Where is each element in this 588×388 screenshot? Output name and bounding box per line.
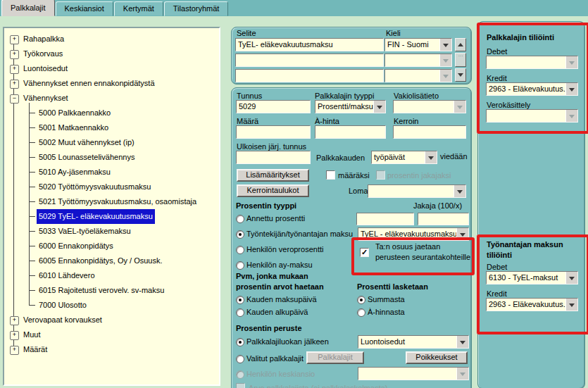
tree-item[interactable]: + Vähennykset ennen ennakonpidätystä [4,76,219,91]
kauden-maksupaiva-radio[interactable] [236,296,244,304]
maara-input[interactable] [236,125,311,139]
maara-label: Määrä [237,117,258,125]
palkkakauden-dropdown[interactable]: työpäivät [371,151,437,164]
tree-expander-icon[interactable]: + [10,35,19,44]
tree-expander-icon[interactable]: + [10,331,19,340]
dropdown-arrow-icon[interactable] [453,185,465,197]
tree-item[interactable]: 6005 Ennakonpidätys, Oy / Osuusk. [4,254,219,268]
tree-item[interactable]: + Verovapaat korvaukset [4,313,219,327]
scroll-down-button[interactable] [455,68,466,82]
tree-expander-icon[interactable]: − [10,94,19,104]
selite-input-3[interactable] [235,69,384,82]
jakaja-input-1[interactable] [356,213,414,225]
tree-item[interactable]: 5029 TyEL- eläkevakuutusmaksu [4,209,219,224]
loma-dropdown[interactable] [368,184,466,198]
tree-item[interactable]: 5001 Matkaennakko [4,120,219,135]
employer-debet-dropdown[interactable]: 6130 - TyEL-maksut [486,271,578,284]
annettu-prosentti-label: Annettu prosentti [246,214,305,223]
dropdown-arrow-icon[interactable] [456,336,468,348]
veroprosentti-radio[interactable] [236,246,244,254]
a-hinnasta-radio[interactable] [357,308,365,317]
kieli-dropdown-1[interactable]: FIN - Suomi [384,38,452,51]
employer-kredit-dropdown[interactable]: 2963 - Eläkevakuutus... [486,298,578,311]
tree-expander-icon[interactable]: + [10,346,19,355]
dropdown-arrow-icon[interactable] [565,83,577,95]
tree-item[interactable]: + Määrät [4,342,219,357]
dropdown-arrow-icon[interactable] [456,228,468,240]
tree-item[interactable]: + Luontoisedut [4,61,219,76]
tan-osuus-checkbox[interactable] [360,248,369,257]
tree-item[interactable]: 5000 Palkkaennakko [4,106,219,120]
verokasittely-value [487,110,565,122]
maksu-dropdown[interactable]: TyEL - eläkevakuutusmaksu [358,227,469,241]
tab-kertymat[interactable]: Kertymät [114,1,163,16]
kauden-alkupaiva-radio[interactable] [236,308,244,317]
kerroin-input[interactable] [393,125,466,139]
palkkalajiluokan-radio[interactable] [236,338,244,346]
tree-item[interactable]: 5002 Muut vähennykset (ip) [4,135,219,150]
viedaan-label: viedään [440,152,468,161]
peruste-dropdown[interactable]: Luontoisedut [358,335,469,349]
selite-input-2[interactable] [235,54,384,67]
tunnus-input[interactable]: 5029 [236,100,311,113]
valitut-palkkalajit-radio[interactable] [236,355,244,363]
peruste-value: Luontoisedut [358,336,456,348]
kerrointaulukot-button[interactable]: Kerrointaulukot [237,184,309,197]
dropdown-arrow-icon[interactable] [565,272,577,284]
tree-item[interactable]: 5005 Lounassetelivähennys [4,150,219,165]
tree-item[interactable]: 6000 Ennakonpidätys [4,239,219,254]
tree-expander-icon[interactable]: + [10,65,19,74]
tree-item[interactable]: 6015 Rajoitetusti verovelv. sv-maksu [4,283,219,298]
debet-dropdown[interactable] [486,56,578,69]
tree-item-label: Rahapalkka [21,32,66,46]
kieli-dropdown-3[interactable] [384,69,452,82]
tab-bar: Palkkalajit Keskiansiot Kertymät Tilasto… [0,0,588,16]
tree-item[interactable]: 5020 Työttömyysvakuutusmaksu [4,180,219,194]
tree-item[interactable]: + Työkorvaus [4,46,219,61]
arvo-palkkalajista-checkbox [236,383,245,388]
palkkalajin-tyyppi-dropdown[interactable]: Prosentti/maksu [315,100,386,113]
tyontekijan-maksu-radio[interactable] [236,230,244,239]
tree-item[interactable]: − Vähennykset [4,91,219,106]
employer-kredit-label: Kredit [487,289,507,298]
tree-expander-icon[interactable]: + [10,316,19,325]
tree-item[interactable]: 5010 Ay-jäsenmaksu [4,165,219,180]
tree-item[interactable]: + Rahapalkka [4,32,219,46]
annettu-prosentti-radio[interactable] [236,215,244,223]
dropdown-arrow-icon[interactable] [373,101,385,113]
kredit-dropdown[interactable]: 2963 - Eläkevakuutus... [486,82,578,96]
lisamaaritykset-button[interactable]: Lisämääritykset [237,169,309,182]
tree-item[interactable]: 7000 Ulosotto [4,298,219,313]
kieli-dropdown-2[interactable] [384,54,452,67]
selite-input-1[interactable]: TyEL- eläkevakuutusmaksu [235,38,384,51]
dropdown-arrow-icon[interactable] [565,110,577,122]
tree-item[interactable]: 5021 Työttömyysvakuutusmaksu, osaomistaj… [4,194,219,209]
poikkeukset-button[interactable]: Poikkeukset [406,351,468,364]
ulkoinen-tunnus-input[interactable] [236,151,311,164]
tree-item[interactable]: 6010 Lähdevero [4,268,219,283]
tree-expander-icon[interactable]: + [10,80,19,89]
tab-keskiansiot[interactable]: Keskiansiot [56,1,113,16]
maaraksi-checkbox[interactable] [326,170,335,180]
dropdown-arrow-icon[interactable] [453,101,465,113]
dropdown-arrow-icon[interactable] [565,299,577,311]
tab-tilastoryhmat[interactable]: Tilastoryhmät [164,1,229,16]
tree-item[interactable]: + Muut [4,327,219,342]
paylist-tree-panel: + Rahapalkka + Työkorvaus + Luontoisedut… [3,27,220,386]
tab-palkkalajit[interactable]: Palkkalajit [1,0,55,16]
tree-item[interactable]: 5033 VaEL-työeläkemaksu [4,224,219,239]
jakaja-input-2[interactable] [418,213,469,225]
a-hinta-input[interactable] [315,125,386,139]
dropdown-arrow-icon[interactable] [425,151,437,163]
ay-maksu-radio[interactable] [236,261,244,270]
summasta-radio[interactable] [357,296,365,304]
scroll-up-button[interactable] [455,38,466,51]
verokasittely-dropdown[interactable] [486,109,578,123]
tree-item-label: 6000 Ennakonpidätys [37,239,115,254]
vakiolisatieto-dropdown[interactable] [393,100,466,113]
tree-item-label: 5021 Työttömyysvakuutusmaksu, osaomistaj… [37,194,199,209]
scroll-thumb[interactable]: ∙·∙ [455,53,466,67]
dropdown-arrow-icon[interactable] [565,56,577,68]
dropdown-arrow-icon[interactable] [439,39,451,51]
tree-expander-icon[interactable]: + [10,50,19,59]
